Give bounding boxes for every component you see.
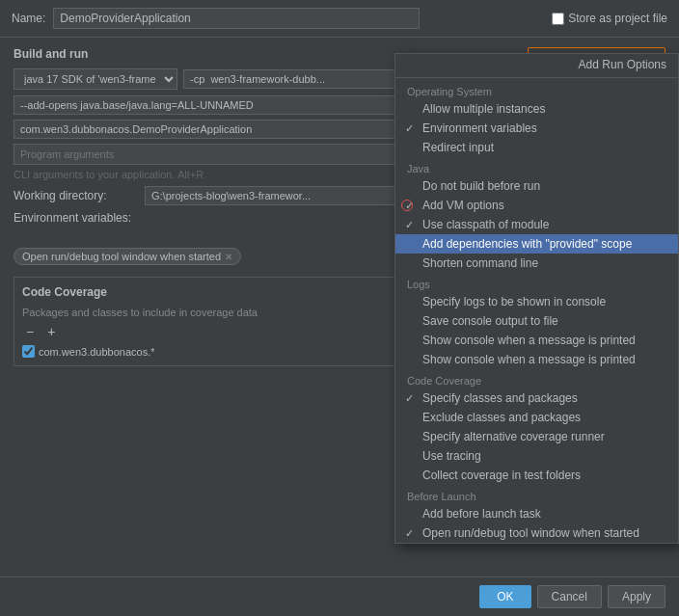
coverage-minus-btn[interactable]: − xyxy=(22,324,38,339)
vm-circle xyxy=(401,200,413,211)
use-classpath-item[interactable]: Use classpath of module xyxy=(395,215,678,234)
specify-logs-item[interactable]: Specify logs to be shown in console xyxy=(395,292,678,311)
logs-section-label: Logs xyxy=(395,273,678,292)
coverage-item-value: com.wen3.dubbonacos.* xyxy=(39,346,154,358)
exclude-classes-item[interactable]: Exclude classes and packages xyxy=(395,408,678,427)
store-label: Store as project file xyxy=(568,12,667,25)
cancel-button[interactable]: Cancel xyxy=(537,585,602,608)
coverage-item-checkbox[interactable] xyxy=(22,345,35,358)
os-section-label: Operating System xyxy=(395,80,678,99)
env-vars-label: Environment variables: xyxy=(14,211,139,225)
add-run-options-item[interactable]: Add Run Options xyxy=(395,54,678,75)
no-build-item[interactable]: Do not build before run xyxy=(395,176,678,196)
code-cov-section-label: Code Coverage xyxy=(395,369,678,388)
store-checkbox[interactable] xyxy=(552,13,564,25)
java-section-label: Java xyxy=(395,157,678,176)
tag-label: Open run/debug tool window when started xyxy=(22,251,221,262)
add-vm-options-item[interactable]: Add VM options xyxy=(395,196,678,215)
redirect-input-item[interactable]: Redirect input xyxy=(395,138,678,157)
save-console-item[interactable]: Save console output to file xyxy=(395,311,678,331)
open-tool-window-tag[interactable]: Open run/debug tool window when started … xyxy=(14,248,241,265)
before-launch-label: Before Launch xyxy=(395,485,678,504)
name-input[interactable] xyxy=(53,8,420,29)
sdk-select[interactable]: java 17 SDK of 'wen3-framew... xyxy=(14,68,177,90)
main-panel: Name: Store as project file Modify optio… xyxy=(0,0,679,616)
name-label: Name: xyxy=(12,12,45,25)
store-checkbox-area: Store as project file xyxy=(552,12,667,25)
close-icon[interactable]: ✕ xyxy=(225,252,232,262)
working-dir-label: Working directory: xyxy=(14,189,139,202)
use-tracing-item[interactable]: Use tracing xyxy=(395,446,678,466)
show-console-msg-item[interactable]: Show console when a message is printed xyxy=(395,331,678,350)
specify-classes-item[interactable]: Specify classes and packages xyxy=(395,388,678,408)
coverage-plus-btn[interactable]: + xyxy=(43,324,59,339)
collect-coverage-item[interactable]: Collect coverage in test folders xyxy=(395,466,678,485)
modify-options-dropdown: Add Run Options Operating System Allow m… xyxy=(394,53,679,544)
env-vars-item[interactable]: Environment variables xyxy=(395,119,678,138)
add-before-launch-item[interactable]: Add before launch task xyxy=(395,504,678,523)
add-dependencies-item[interactable]: Add dependencies with "provided" scope xyxy=(395,234,678,254)
open-tool-window-item[interactable]: Open run/debug tool window when started xyxy=(395,523,678,543)
specify-alt-runner-item[interactable]: Specify alternative coverage runner xyxy=(395,427,678,446)
header-row: Name: Store as project file xyxy=(0,0,679,38)
allow-multiple-item[interactable]: Allow multiple instances xyxy=(395,99,678,119)
show-console-msg2-item[interactable]: Show console when a message is printed xyxy=(395,350,678,369)
ok-button[interactable]: OK xyxy=(479,585,530,608)
apply-button[interactable]: Apply xyxy=(608,585,665,608)
shorten-cmd-item[interactable]: Shorten command line xyxy=(395,254,678,273)
bottom-bar: OK Cancel Apply xyxy=(0,576,679,616)
